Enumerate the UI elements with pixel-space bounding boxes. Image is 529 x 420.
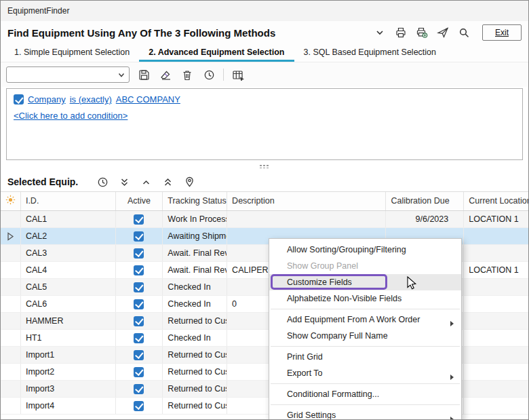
cell-tracking-status[interactable]: Await. Final Reviev [163, 262, 227, 278]
column-header[interactable]: Tracking Status [163, 192, 227, 210]
menu-item-show-company-full-name[interactable]: Show Company Full Name [269, 328, 461, 344]
row-indicator [1, 364, 21, 380]
menu-item-add-equipment-from-a-work-order[interactable]: Add Equipment From A Work Order [269, 311, 461, 328]
print-options-icon[interactable] [415, 26, 429, 39]
active-checkbox[interactable] [134, 231, 144, 242]
table-row[interactable]: CAL1Work In Process9/6/2023LOCATION 1 [1, 211, 528, 228]
cell-tracking-status[interactable]: Returned to Custo [163, 364, 227, 380]
cell-id[interactable]: CAL4 [21, 262, 116, 278]
active-checkbox[interactable] [134, 299, 144, 309]
condition-operator-link[interactable]: is (exactly) [70, 94, 112, 104]
condition-value-link[interactable]: ABC COMPANY [116, 94, 180, 104]
row-indicator [1, 279, 21, 295]
active-checkbox[interactable] [134, 384, 144, 394]
cell-tracking-status[interactable]: Awaiting Shipmen [163, 228, 227, 244]
history-icon[interactable] [96, 175, 109, 189]
cell-id[interactable]: Import1 [21, 347, 116, 363]
cell-current-location[interactable] [464, 313, 528, 329]
menu-item-alphabetize-non-visible-fields[interactable]: Alphabetize Non-Visible Fields [269, 290, 461, 307]
cell-description[interactable] [227, 211, 386, 227]
splitter-handle[interactable] [1, 160, 528, 172]
active-checkbox[interactable] [134, 401, 144, 411]
cell-current-location[interactable]: LOCATION 1 [464, 211, 528, 227]
cell-current-location[interactable] [464, 381, 528, 397]
tab-2[interactable]: 2. Advanced Equipment Selection [139, 44, 294, 62]
menu-item-grid-settings[interactable]: Grid Settings [269, 407, 461, 420]
cell-id[interactable]: HT1 [21, 330, 116, 346]
cell-current-location[interactable]: LOCATION 1 [464, 262, 528, 278]
cell-current-location[interactable] [464, 279, 528, 295]
active-checkbox[interactable] [134, 248, 144, 259]
delete-icon[interactable] [180, 67, 195, 82]
cell-id[interactable]: Import4 [21, 398, 116, 414]
tab-1[interactable]: 1. Simple Equipment Selection [5, 44, 139, 62]
cell-id[interactable]: CAL2 [21, 228, 116, 244]
cell-tracking-status[interactable]: Work In Process [163, 211, 227, 227]
active-checkbox[interactable] [134, 282, 144, 292]
active-checkbox[interactable] [134, 350, 144, 360]
cell-current-location[interactable] [464, 228, 528, 244]
chevron-down-icon[interactable] [373, 26, 387, 39]
active-checkbox[interactable] [134, 265, 144, 275]
active-checkbox[interactable] [134, 367, 144, 377]
cell-tracking-status[interactable]: Await. Final Reviev [163, 245, 227, 261]
add-condition-link[interactable]: <Click here to add condition> [14, 111, 128, 121]
eraser-icon[interactable] [158, 67, 173, 82]
condition-checkbox[interactable] [14, 94, 24, 104]
cell-id[interactable]: Import2 [21, 364, 116, 380]
cell-id[interactable]: CAL1 [21, 211, 116, 227]
grid-customize-corner[interactable] [1, 192, 21, 210]
cell-id[interactable]: CAL3 [21, 245, 116, 261]
column-header[interactable]: Current Location [464, 192, 528, 210]
cell-tracking-status[interactable]: Checked In [163, 279, 227, 295]
cell-current-location[interactable] [464, 364, 528, 380]
cell-active [116, 279, 163, 295]
move-bottom-icon[interactable] [117, 175, 131, 189]
cell-tracking-status[interactable]: Returned to Custo [163, 313, 227, 329]
column-header[interactable]: I.D. [21, 192, 116, 210]
cell-id[interactable]: CAL5 [21, 279, 116, 295]
cell-id[interactable]: CAL6 [21, 296, 116, 312]
cell-calibration-due[interactable]: 9/6/2023 [386, 211, 464, 227]
search-icon[interactable] [457, 26, 471, 39]
cell-tracking-status[interactable]: Checked In [163, 330, 227, 346]
column-header[interactable]: Description [227, 192, 386, 210]
menu-item-export-to[interactable]: Export To [269, 365, 461, 381]
active-checkbox[interactable] [134, 214, 144, 225]
cell-id[interactable]: HAMMER [21, 313, 116, 329]
print-icon[interactable] [394, 26, 408, 39]
history-icon[interactable] [201, 67, 216, 82]
cell-tracking-status[interactable]: Returned to Custo [163, 398, 227, 414]
header-icons: Exit [373, 24, 522, 41]
column-header[interactable]: Calibration Due [386, 192, 464, 210]
saved-filter-combobox[interactable] [6, 66, 130, 83]
cell-tracking-status[interactable]: Returned to Custo [163, 347, 227, 363]
cell-tracking-status[interactable]: Returned to Custo [163, 381, 227, 397]
menu-item-conditional-formatting[interactable]: Conditional Formatting... [269, 386, 461, 402]
cell-active [116, 347, 163, 363]
cell-current-location[interactable] [464, 245, 528, 261]
cell-current-location[interactable] [464, 398, 528, 414]
menu-item-customize-fields[interactable]: Customize Fields [269, 274, 461, 290]
move-up-icon[interactable] [139, 175, 153, 189]
menu-item-print-grid[interactable]: Print Grid [269, 349, 461, 365]
move-top-icon[interactable] [161, 175, 174, 189]
menu-item-label: Show Company Full Name [287, 331, 388, 341]
tab-3[interactable]: 3. SQL Based Equipment Selection [294, 44, 446, 62]
location-icon[interactable] [182, 175, 196, 189]
save-icon[interactable] [136, 67, 151, 82]
cell-id[interactable]: Import3 [21, 381, 116, 397]
cell-current-location[interactable] [464, 296, 528, 312]
cell-current-location[interactable] [464, 347, 528, 363]
menu-item-label: Allow Sorting/Grouping/Filtering [287, 245, 406, 254]
active-checkbox[interactable] [134, 316, 144, 326]
grid-options-icon[interactable] [231, 67, 246, 82]
condition-field-link[interactable]: Company [28, 94, 66, 104]
cell-tracking-status[interactable]: Checked In [163, 296, 227, 312]
send-icon[interactable] [436, 26, 450, 39]
exit-button[interactable]: Exit [482, 24, 522, 41]
menu-item-allow-sorting-grouping-filtering[interactable]: Allow Sorting/Grouping/Filtering [269, 242, 461, 258]
cell-current-location[interactable] [464, 330, 528, 346]
column-header[interactable]: Active [116, 192, 163, 210]
active-checkbox[interactable] [134, 333, 144, 343]
